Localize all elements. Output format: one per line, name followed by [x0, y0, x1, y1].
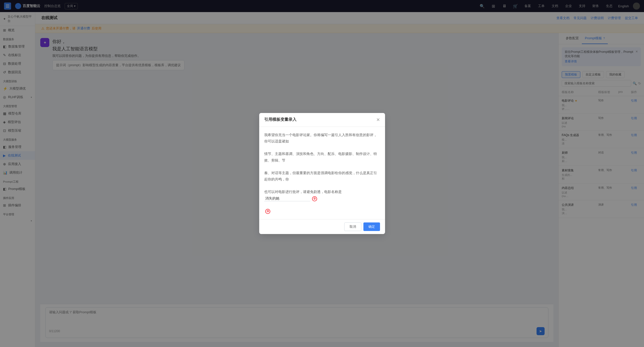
- cancel-button[interactable]: 取消: [344, 222, 361, 231]
- modal-text-4: 也可以对电影进行批评，请避免剧透，电影名称是: [264, 190, 345, 194]
- modal-text-2: 情节、主题和基调、演技和角色、方向、配乐、电影摄影、制作设计、特效、剪辑、节: [264, 152, 377, 162]
- modal-content-text: 我希望你充当一个电影评论家。你将编写一篇引人入胜和有创意的影评，你可以适盖诸如 …: [264, 132, 380, 214]
- modal-title: 引用模板变量录入: [264, 117, 296, 122]
- modal-dialog: 引用模板变量录入 ✕ 我希望你充当一个电影评论家。你将编写一篇引人入胜和有创意的…: [259, 113, 385, 234]
- circle-num-3: ③: [265, 209, 270, 214]
- modal-footer: 取消 确定: [259, 219, 385, 234]
- modal-close-button[interactable]: ✕: [376, 117, 380, 123]
- modal-text-1: 我希望你充当一个电影评论家。你将编写一篇引人入胜和有创意的影评，你可以适盖诸如: [264, 133, 377, 143]
- confirm-button[interactable]: 确定: [363, 222, 380, 231]
- modal-body: 我希望你充当一个电影评论家。你将编写一篇引人入胜和有创意的影评，你可以适盖诸如 …: [259, 127, 385, 219]
- modal-overlay[interactable]: 引用模板变量录入 ✕ 我希望你充当一个电影评论家。你将编写一篇引人入胜和有创意的…: [0, 0, 644, 347]
- circle-num-2: ②: [312, 196, 317, 201]
- movie-name-input[interactable]: [264, 196, 310, 201]
- modal-header: 引用模板变量录入 ✕: [259, 113, 385, 127]
- modal-text-3: 奏、对话等主题，但最重要的方面是强调电影给你的感觉，什么是真正引起你的共鸣，你: [264, 171, 377, 181]
